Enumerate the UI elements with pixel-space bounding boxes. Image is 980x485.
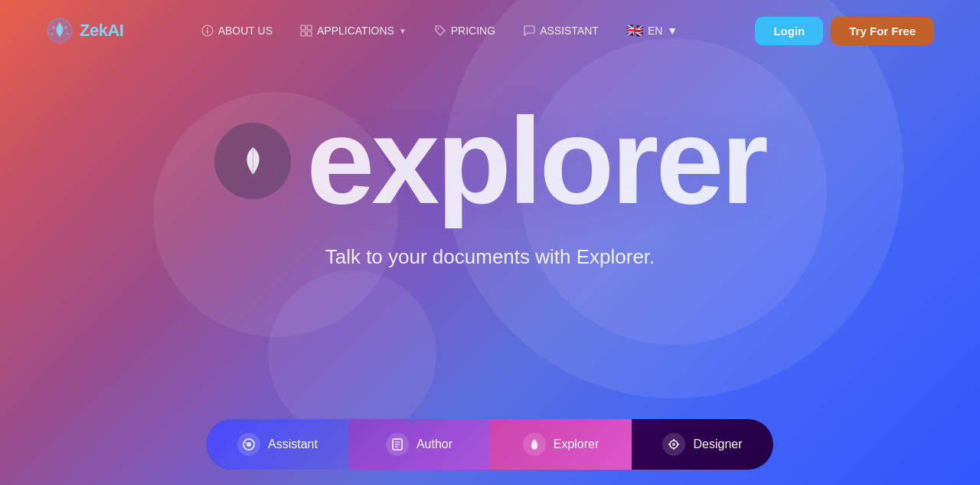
nav-item-assistant[interactable]: ASSISTANT [512,18,609,43]
svg-rect-6 [207,30,208,34]
svg-rect-11 [307,31,312,36]
page-wrapper: ZekAI ABOUT US AP [0,0,980,485]
svg-point-7 [207,28,208,29]
tab-assistant-label: Assistant [268,437,318,451]
logo-icon [46,17,74,44]
language-code: EN [648,25,662,37]
tab-designer-label: Designer [693,437,742,451]
svg-point-3 [51,33,54,35]
navbar: ZekAI ABOUT US AP [0,0,980,61]
tab-designer[interactable]: Designer [632,419,773,470]
svg-rect-10 [301,31,305,36]
author-icon [386,433,409,456]
nav-pricing-label: PRICING [451,25,495,37]
info-icon [201,25,214,37]
hero-subtitle: Talk to your documents with Explorer. [325,245,655,269]
tab-assistant[interactable]: Assistant [207,419,348,470]
lang-chevron-icon: ▼ [667,25,678,37]
svg-point-12 [437,28,439,30]
leaf-icon-circle [214,123,291,199]
nav-applications-label: APPLICATIONS [317,25,394,37]
logo[interactable]: ZekAI [46,17,123,44]
logo-text: ZekAI [80,21,123,41]
language-selector[interactable]: 🇬🇧 EN ▼ [616,16,688,45]
tabs-bar: Assistant Author Explorer [207,419,773,470]
svg-point-1 [52,26,55,29]
hero-main-word: explorer [306,100,765,222]
assistant-icon [237,433,260,456]
svg-point-2 [64,26,67,29]
flag-icon: 🇬🇧 [626,22,643,39]
nav-about-label: ABOUT US [218,25,273,37]
svg-point-21 [672,443,675,446]
chat-icon [523,25,535,37]
hero-section: explorer Talk to your documents with Exp… [0,61,980,307]
leaf-icon [236,144,270,179]
explorer-icon [523,433,546,456]
svg-point-15 [245,442,247,444]
svg-point-14 [247,442,251,447]
svg-rect-9 [307,25,312,30]
nav-links: ABOUT US APPLICATIONS ▼ PRICIN [191,16,689,45]
tab-explorer-label: Explorer [554,437,599,451]
grid-icon [300,25,312,37]
tab-author[interactable]: Author [348,419,490,470]
try-free-button[interactable]: Try For Free [831,17,934,45]
tab-explorer[interactable]: Explorer [490,419,632,470]
login-button[interactable]: Login [755,17,823,45]
svg-rect-8 [301,25,305,30]
nav-assistant-label: ASSISTANT [540,25,599,37]
nav-actions: Login Try For Free [755,17,934,45]
hero-title-row: explorer [214,100,765,222]
nav-item-pricing[interactable]: PRICING [423,18,506,43]
tag-icon [434,25,446,37]
nav-item-applications[interactable]: APPLICATIONS ▼ [289,18,417,43]
designer-icon [662,433,685,456]
svg-point-4 [67,33,69,35]
nav-item-about[interactable]: ABOUT US [191,18,283,43]
chevron-down-icon: ▼ [399,27,407,35]
tab-author-label: Author [416,437,452,451]
